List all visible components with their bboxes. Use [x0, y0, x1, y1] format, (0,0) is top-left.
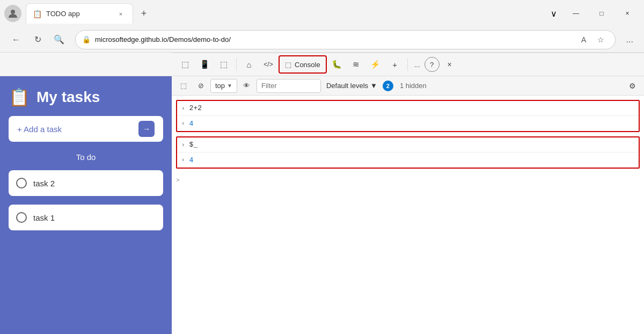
add-task-button[interactable]: + Add a task →: [9, 116, 163, 142]
task-checkbox-1[interactable]: [16, 212, 27, 223]
task-label-0: task 2: [33, 179, 55, 188]
bug-button[interactable]: 🐛: [328, 55, 346, 74]
tab-bar: 📋 TODO app × +: [26, 3, 545, 24]
svg-point-0: [11, 10, 15, 14]
todo-header: 📋 My tasks: [9, 87, 163, 107]
context-selector[interactable]: top ▼: [210, 79, 237, 93]
todo-app-icon: 📋: [9, 87, 30, 107]
address-bar[interactable]: 🔒 microsoftedge.github.io/Demos/demo-to-…: [75, 30, 616, 49]
add-tool-button[interactable]: +: [386, 55, 404, 74]
add-task-label: + Add a task: [17, 125, 62, 134]
chevron-button[interactable]: ∨: [545, 5, 562, 22]
browser-window: 📋 TODO app × + ∨ — □ × ← ↻ 🔍 🔒 microsoft…: [0, 0, 644, 334]
devtools-help-button[interactable]: ?: [425, 57, 440, 72]
console-input-line-0[interactable]: › 2+2: [177, 101, 639, 116]
active-tab[interactable]: 📋 TODO app ×: [26, 3, 133, 24]
lock-icon: 🔒: [82, 35, 91, 43]
task-item-0[interactable]: task 2: [9, 170, 163, 196]
output-chevron-1: ‹: [181, 157, 185, 163]
new-tab-button[interactable]: +: [135, 5, 152, 22]
window-controls: ∨ — □ ×: [545, 5, 640, 22]
todo-section-title: To do: [9, 153, 163, 162]
error-count-badge: 2: [383, 81, 393, 91]
output-chevron-0: ‹: [181, 120, 185, 127]
devtools-more-button[interactable]: ...: [411, 59, 423, 71]
console-entry-0: › 2+2 ‹ 4: [176, 100, 640, 132]
console-sidebar-toggle[interactable]: ⬚: [176, 78, 191, 93]
input-chevron-0: ›: [181, 105, 185, 112]
todo-app-title: My tasks: [36, 89, 100, 106]
maximize-button[interactable]: □: [589, 5, 614, 22]
address-text: microsoftedge.github.io/Demos/demo-to-do…: [95, 35, 572, 43]
add-task-arrow-icon: →: [138, 121, 155, 137]
console-output-line-0: ‹ 4: [177, 116, 639, 131]
todo-sidebar: 📋 My tasks + Add a task → To do task 2 t…: [0, 76, 172, 334]
tab-title: TODO app: [46, 10, 111, 18]
profile-icon[interactable]: [4, 5, 21, 22]
more-button[interactable]: ...: [622, 33, 638, 47]
toggle-panel-button[interactable]: ⬚: [215, 55, 233, 74]
console-toolbar: ⬚ ⊘ top ▼ 👁 Default levels ▼ 2 1 hidden: [172, 76, 644, 96]
refresh-button[interactable]: ↻: [28, 30, 47, 49]
console-prompt[interactable]: >: [172, 173, 644, 188]
back-button[interactable]: ←: [6, 30, 26, 49]
sidebar-toolbar-spacer: [0, 53, 172, 76]
search-button[interactable]: 🔍: [49, 30, 69, 49]
devtools-toolbar: ⬚ 📱 ⬚ ⌂ </> ⬚ Console 🐛 ≋ ⚡ + ... ? ×: [172, 53, 644, 76]
levels-arrow-icon: ▼: [370, 82, 377, 90]
console-settings-button[interactable]: ⚙: [625, 78, 640, 93]
minimize-button[interactable]: —: [564, 5, 588, 22]
wifi-button[interactable]: ≋: [347, 55, 365, 74]
eye-button[interactable]: 👁: [239, 78, 254, 93]
console-entry-1: › $_ ‹ 4: [176, 136, 640, 169]
task-label-1: task 1: [33, 213, 55, 222]
title-bar: 📋 TODO app × + ∨ — □ ×: [0, 0, 644, 27]
home-button[interactable]: ⌂: [240, 55, 258, 74]
console-tab-button[interactable]: ⬚ Console: [279, 55, 327, 74]
devtools-toolbar-row: ⬚ 📱 ⬚ ⌂ </> ⬚ Console 🐛 ≋ ⚡ + ... ? ×: [0, 53, 644, 76]
console-output-text-1: 4: [189, 156, 194, 164]
close-button[interactable]: ×: [615, 5, 640, 22]
separator: [236, 58, 237, 71]
console-output-text-0: 4: [189, 120, 194, 128]
nav-bar: ← ↻ 🔍 🔒 microsoftedge.github.io/Demos/de…: [0, 27, 644, 53]
content-area: 📋 My tasks + Add a task → To do task 2 t…: [0, 76, 644, 334]
context-label: top: [215, 82, 225, 90]
favorites-icon[interactable]: ☆: [594, 32, 609, 47]
task-checkbox-0[interactable]: [16, 178, 27, 188]
input-chevron-1: ›: [181, 142, 185, 148]
context-arrow-icon: ▼: [227, 83, 232, 89]
separator-2: [407, 58, 408, 71]
font-icon[interactable]: A: [576, 32, 591, 47]
tab-close-button[interactable]: ×: [115, 9, 126, 19]
console-input-text-0: 2+2: [189, 104, 202, 112]
address-right-icons: A ☆: [576, 32, 609, 47]
devtools-panel: ⬚ ⊘ top ▼ 👁 Default levels ▼ 2 1 hidden: [172, 76, 644, 334]
network-throttle-button[interactable]: ⚡: [367, 55, 385, 74]
clear-console-button[interactable]: ⊘: [193, 78, 208, 93]
console-input-line-1[interactable]: › $_: [177, 137, 639, 153]
filter-input[interactable]: [257, 79, 321, 93]
devtools-close-button[interactable]: ×: [441, 55, 459, 74]
inspect-element-button[interactable]: ⬚: [176, 55, 194, 74]
console-icon: ⬚: [285, 61, 291, 69]
default-levels-label: Default levels: [326, 82, 368, 90]
elements-button[interactable]: </>: [259, 55, 277, 74]
hidden-count-label: 1 hidden: [400, 82, 427, 90]
console-entries: › 2+2 ‹ 4 › $_ ‹: [172, 96, 644, 334]
prompt-chevron-icon: >: [176, 177, 180, 184]
tab-favicon: 📋: [33, 10, 42, 18]
default-levels-button[interactable]: Default levels ▼: [323, 81, 380, 91]
console-label: Console: [295, 61, 320, 69]
console-output-line-1: ‹ 4: [177, 153, 639, 168]
device-emulation-button[interactable]: 📱: [195, 55, 214, 74]
task-item-1[interactable]: task 1: [9, 205, 163, 230]
console-input-text-1: $_: [189, 141, 198, 149]
